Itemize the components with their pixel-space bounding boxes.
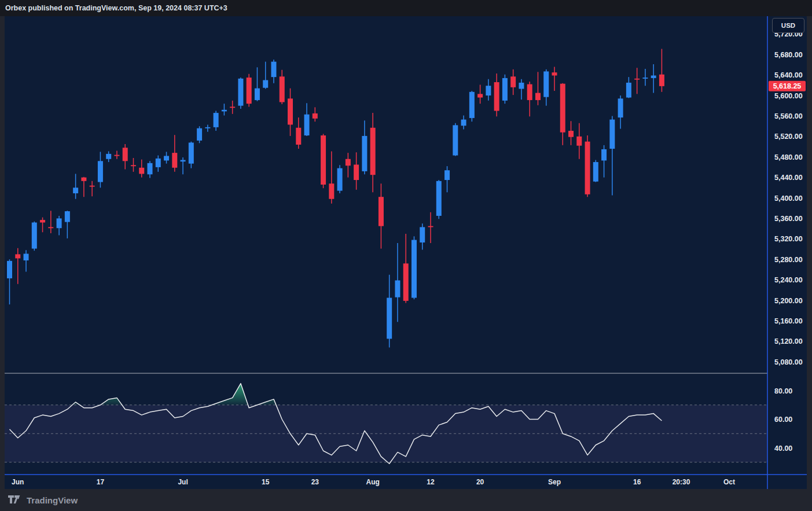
price-axis-label: 5,280.00: [774, 256, 803, 264]
time-axis-label: 20: [476, 478, 484, 486]
time-axis-label: Oct: [723, 478, 735, 486]
rsi-axis-label: 60.00: [774, 416, 792, 424]
candle: [593, 160, 598, 182]
price-axis-label: 5,480.00: [774, 153, 803, 161]
time-axis-label: 23: [311, 478, 319, 486]
candle: [247, 74, 252, 107]
candlestick-rsi-chart: 5,720.005,680.005,640.005,600.005,560.00…: [5, 16, 807, 489]
time-axis-label: 15: [262, 478, 270, 486]
time-axis-label: 16: [633, 478, 641, 486]
candle: [337, 165, 343, 193]
price-axis-label: 5,400.00: [774, 194, 803, 203]
time-axis-label: 17: [97, 478, 105, 486]
time-axis-label: Sep: [548, 478, 561, 486]
candle: [585, 135, 590, 197]
price-axis-label: 5,080.00: [774, 358, 803, 366]
footer-bar: TradingView: [0, 489, 812, 511]
candle: [238, 78, 243, 109]
currency-button[interactable]: USD: [772, 18, 804, 33]
currency-button-label: USD: [781, 22, 795, 29]
price-axis-label: 5,320.00: [774, 235, 803, 243]
candle: [436, 180, 442, 219]
candle: [321, 134, 326, 188]
price-axis-label: 5,520.00: [774, 133, 803, 141]
time-axis-label: Aug: [366, 478, 379, 486]
price-axis-label: 5,360.00: [774, 215, 803, 223]
candle: [453, 123, 458, 156]
time-axis-label: 12: [427, 478, 435, 486]
time-axis-label: Jun: [12, 478, 24, 486]
tradingview-logo-icon[interactable]: [8, 495, 23, 505]
time-axis-label: Jul: [178, 478, 188, 486]
price-axis-label: 5,200.00: [774, 297, 803, 305]
candle: [32, 222, 37, 251]
candle: [502, 75, 508, 104]
candle: [411, 236, 417, 299]
price-axis-label: 5,680.00: [774, 51, 803, 59]
price-axis-label: 5,560.00: [774, 112, 803, 120]
chart-area[interactable]: 5,720.005,680.005,640.005,600.005,560.00…: [5, 16, 807, 489]
candle: [469, 91, 475, 122]
publish-info-bar: Orbex published on TradingView.com, Sep …: [0, 0, 812, 16]
publish-info-text: Orbex published on TradingView.com, Sep …: [5, 4, 227, 12]
rsi-axis-label: 40.00: [774, 444, 792, 453]
price-axis-label: 5,240.00: [774, 276, 803, 284]
last-price-badge: 5,618.25: [769, 81, 806, 91]
svg-text:5,618.25: 5,618.25: [773, 82, 802, 90]
price-axis-label: 5,600.00: [774, 92, 803, 100]
price-axis-label: 5,160.00: [774, 317, 803, 325]
time-axis-label: 20:30: [673, 478, 690, 486]
tradingview-brand-text[interactable]: TradingView: [27, 495, 78, 505]
price-axis-label: 5,120.00: [774, 337, 803, 345]
price-axis-label: 5,640.00: [774, 71, 803, 79]
rsi-axis-label: 80.00: [774, 387, 792, 395]
price-axis-label: 5,440.00: [774, 174, 803, 182]
